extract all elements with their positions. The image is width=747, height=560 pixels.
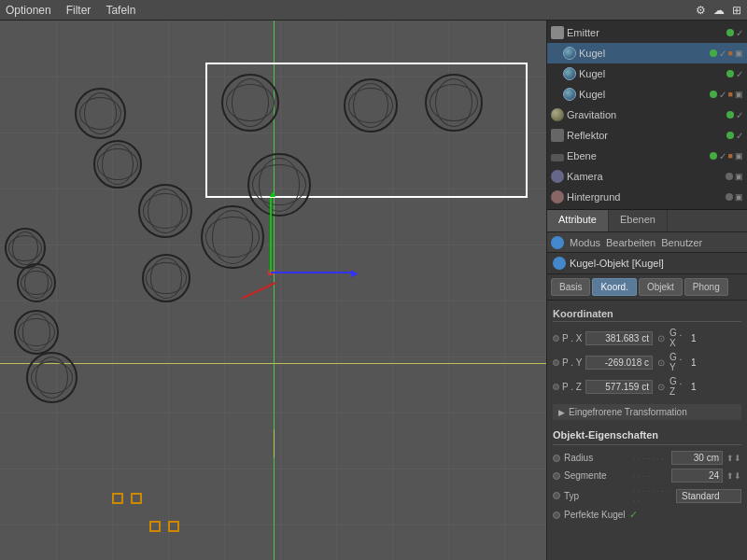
sub-modus[interactable]: Modus (570, 237, 600, 248)
tree-item-kugel-3[interactable]: Kugel ✓ ■ ▣ (547, 84, 747, 105)
prop-value-radius[interactable]: 30 cm (671, 451, 723, 465)
sphere-6 (17, 263, 56, 302)
tab-attribute[interactable]: Attribute (547, 210, 609, 231)
sphere-4 (142, 254, 190, 302)
sub-bearbeiten[interactable]: Bearbeiten (606, 237, 655, 248)
prop-arrows-segmente[interactable]: ⬆⬇ (726, 471, 741, 481)
tree-label-ebene: Ebene (567, 150, 707, 161)
tree-label-gravitation: Gravitation (567, 109, 724, 120)
vert-crosshair-small (274, 429, 275, 457)
vis-icon-2: ✓ (736, 69, 743, 79)
visibility-dot[interactable] (726, 29, 734, 36)
prop-label-typ: Typ (564, 491, 629, 501)
tree-item-ebene[interactable]: Ebene ✓ ■ ▣ (547, 146, 747, 166)
tree-controls-6: ✓ ■ ▣ (710, 151, 743, 161)
btn-basis[interactable]: Basis (551, 278, 590, 296)
grid-icon[interactable]: ⊞ (732, 4, 741, 17)
tree-controls-2: ✓ (726, 69, 743, 79)
main-layout: ▲ ▶ Emitter ✓ (0, 21, 747, 560)
tree-item-kamera[interactable]: Kamera ▣ (547, 166, 747, 187)
vis-icon-1: ✓ (719, 49, 726, 59)
checkbox-dot-pk (553, 511, 560, 519)
prop-dot-typ (553, 492, 560, 499)
vis-dot-5[interactable] (726, 132, 734, 139)
prop-value-typ[interactable]: Standard (676, 489, 741, 503)
btn-phong[interactable]: Phong (684, 278, 728, 296)
cloud-icon[interactable]: ☁ (713, 4, 725, 17)
axis-y (270, 198, 272, 273)
coord-value-px[interactable]: 381.683 ct (585, 331, 653, 345)
sphere-13 (201, 205, 264, 269)
tree-item-kugel-2[interactable]: Kugel ✓ (547, 63, 747, 84)
prop-arrows-radius[interactable]: ⬆⬇ (726, 454, 741, 463)
tree-controls: ✓ (726, 28, 743, 38)
frame-markers-2 (149, 521, 179, 532)
frozen-label: Eingefrorene Transformation (569, 407, 687, 417)
coord-dot-py (553, 359, 559, 366)
vis-dot-7[interactable] (726, 173, 733, 180)
prop-value-segmente[interactable]: 24 (671, 469, 723, 483)
tree-label-kugel-3: Kugel (579, 89, 707, 100)
checkbox-label-pk: Perfekte Kugel (564, 510, 626, 520)
sphere-12 (247, 153, 311, 217)
vis-dot-2[interactable] (726, 70, 734, 77)
settings-icon[interactable]: ⚙ (696, 4, 706, 17)
tree-controls-5: ✓ (726, 131, 743, 141)
coord-dot-pz (553, 384, 559, 390)
tree-controls-3: ✓ ■ ▣ (710, 90, 743, 100)
object-name-label: Kugel-Objekt [Kugel] (570, 258, 664, 269)
btn-objekt[interactable]: Objekt (639, 278, 683, 296)
tree-item-emitter[interactable]: Emitter ✓ (547, 22, 747, 43)
vis-icon-5: ✓ (736, 131, 743, 141)
prop-radius: Radius · · · · · · · 30 cm ⬆⬇ (553, 449, 741, 467)
vis-icon-6: ✓ (719, 151, 726, 161)
sphere-2 (93, 140, 142, 189)
attr-sub-bar: Modus Bearbeiten Benutzer (547, 232, 747, 253)
vis-dot-4[interactable] (726, 111, 734, 119)
coord-label-px: P . X (562, 333, 583, 343)
menu-filter[interactable]: Filter (66, 4, 92, 17)
prop-perfekte-kugel: Perfekte Kugel ✓ (553, 507, 741, 523)
sphere-8 (26, 352, 78, 403)
coord-value-pz[interactable]: 577.159 ct (585, 380, 653, 394)
prop-dots-segmente: · · · · (633, 471, 668, 481)
viewport[interactable]: ▲ ▶ (0, 21, 546, 560)
tab-ebenen[interactable]: Ebenen (609, 210, 668, 231)
section-eigenschaften: Objekt-Eigenschaften (553, 426, 741, 445)
frozen-transform[interactable]: ▶ Eingefrorene Transformation (553, 404, 741, 420)
tree-controls-4: ✓ (726, 110, 743, 120)
menu-optionen[interactable]: Optionen (6, 4, 51, 17)
g-value-y: 1 (691, 357, 705, 368)
vis-dot-3[interactable] (710, 91, 717, 98)
tree-controls-8: ▣ (726, 192, 743, 202)
sphere-7 (14, 310, 59, 355)
prop-dot-radius (553, 455, 560, 462)
axis-x (271, 272, 355, 273)
tree-item-reflektor[interactable]: Reflektor ✓ (547, 125, 747, 146)
checkbox-check-pk[interactable]: ✓ (629, 509, 638, 521)
scene-tree: Emitter ✓ Kugel ✓ ■ ▣ (547, 21, 747, 210)
vis-icon-3: ✓ (719, 90, 726, 100)
prop-segmente: Segmente · · · · 24 ⬆⬇ (553, 467, 741, 484)
tree-label-kugel-1: Kugel (579, 48, 707, 59)
coord-value-py[interactable]: -269.018 c (585, 356, 653, 370)
vis-dot-8[interactable] (726, 193, 733, 201)
g-value-x: 1 (691, 333, 705, 343)
coord-sep-2: ⊙ (657, 357, 665, 368)
object-icon (553, 257, 566, 270)
coord-label-py: P . Y (562, 357, 583, 368)
vis-dot-6[interactable] (710, 152, 717, 160)
coord-row-px: P . X 381.683 ct ⊙ G . X 1 (553, 326, 741, 350)
g-value-z: 1 (691, 382, 705, 392)
vis-dot-1[interactable] (710, 49, 717, 57)
tree-item-hintergrund[interactable]: Hintergrund ▣ (547, 187, 747, 207)
coord-dot-px (553, 335, 559, 342)
btn-koord[interactable]: Koord. (592, 278, 636, 296)
toolbar-icons: ⚙ ☁ ⊞ (696, 4, 741, 17)
sub-benutzer[interactable]: Benutzer (661, 237, 702, 248)
tree-label-reflektor: Reflektor (567, 130, 724, 141)
vis-icon: ✓ (736, 28, 743, 38)
tree-item-kugel-1[interactable]: Kugel ✓ ■ ▣ (547, 43, 747, 63)
tree-item-gravitation[interactable]: Gravitation ✓ (547, 105, 747, 125)
menu-tafeln[interactable]: Tafeln (106, 4, 135, 17)
